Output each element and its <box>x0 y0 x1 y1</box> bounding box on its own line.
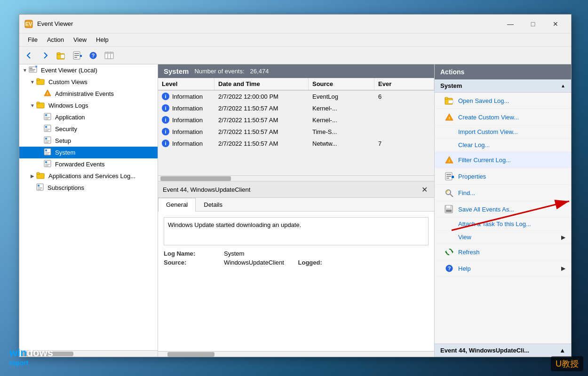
tree-item-system[interactable]: ▶ System <box>19 147 158 158</box>
find-icon <box>444 188 454 198</box>
action-open-saved-log[interactable]: Open Saved Log... <box>435 93 571 109</box>
svg-rect-35 <box>45 126 47 128</box>
svg-rect-41 <box>45 142 48 143</box>
tree-item-admin-events[interactable]: ▶ ! Administrative Events <box>19 88 158 100</box>
col-source[interactable]: Source <box>309 78 374 90</box>
actions-header: Actions <box>435 64 571 79</box>
action-open-saved-log-label: Open Saved Log... <box>458 97 509 104</box>
col-level[interactable]: Level <box>158 78 215 90</box>
tree-label-apps-services: Applications and Services Log... <box>48 172 135 180</box>
tree-item-subscriptions[interactable]: ▶ Subscriptions <box>19 182 158 194</box>
tree-item-custom-views[interactable]: ▼ Custom Views <box>19 76 158 88</box>
action-import-custom-view[interactable]: Import Custom View... <box>435 125 571 139</box>
action-filter-current-log[interactable]: ! Filter Current Log... <box>435 152 571 168</box>
action-attach-task[interactable]: Attach a Task To this Log... <box>435 218 571 231</box>
action-clear-log-label: Clear Log... <box>458 141 490 149</box>
cell-event-4 <box>374 130 434 133</box>
cell-event-1: 6 <box>374 91 434 102</box>
application-icon <box>44 113 51 122</box>
tab-general[interactable]: General <box>158 198 196 212</box>
svg-rect-54 <box>38 188 42 188</box>
help-toolbar-button[interactable]: ? <box>86 49 100 62</box>
cell-event-2 <box>374 106 434 110</box>
expand-icon-root: ▼ <box>21 68 29 73</box>
col-event[interactable]: Ever <box>374 78 434 90</box>
window-title: Event Viewer <box>37 20 500 27</box>
actions-footer: Event 44, WindowsUpdateCli... ▲ <box>435 344 571 357</box>
action-help[interactable]: ? Help ▶ <box>435 260 571 277</box>
detail-scroll-horizontal[interactable] <box>158 351 434 357</box>
table-row[interactable]: i Information 2/7/2022 12:00:00 PM Event… <box>158 91 434 102</box>
root-icon: EV <box>29 66 37 75</box>
svg-point-68 <box>446 190 451 195</box>
back-button[interactable] <box>22 49 36 62</box>
expand-icon-windows-logs: ▼ <box>29 103 36 108</box>
actions-section-system[interactable]: System ▲ <box>435 79 571 93</box>
action-properties[interactable]: Properties <box>435 168 571 185</box>
table-row[interactable]: i Information 2/7/2022 11:50:57 AM Time-… <box>158 126 434 138</box>
svg-text:?: ? <box>448 266 451 271</box>
menu-file[interactable]: File <box>23 35 42 45</box>
tree-item-forwarded[interactable]: ▶ Forwarded Events <box>19 158 158 170</box>
watermark-report: report <box>9 359 53 367</box>
cell-event-5: 7 <box>374 138 434 149</box>
table-scroll-thumb[interactable] <box>160 176 231 181</box>
svg-text:?: ? <box>92 53 95 58</box>
detail-close-button[interactable]: ✕ <box>419 184 429 195</box>
tab-details[interactable]: Details <box>196 198 230 211</box>
cell-datetime-3: 2/7/2022 11:50:57 AM <box>215 115 309 125</box>
table-scroll-horizontal[interactable] <box>158 175 434 181</box>
help-submenu-arrow: ▶ <box>561 265 565 272</box>
detail-fields: Log Name: System Source: WindowsUpdateCl… <box>164 250 429 266</box>
tree-item-application[interactable]: ▶ Application <box>19 111 158 123</box>
close-button[interactable]: ✕ <box>545 16 566 31</box>
tree-item-root[interactable]: ▼ EV Event Viewer (Local) <box>19 64 158 76</box>
menu-action[interactable]: Action <box>42 35 69 45</box>
maximize-button[interactable]: □ <box>522 16 544 31</box>
tree-item-setup[interactable]: ▶ Setup <box>19 135 158 147</box>
columns-button[interactable] <box>102 49 116 62</box>
tree-item-security[interactable]: ▶ Security <box>19 123 158 135</box>
minimize-button[interactable]: — <box>500 16 521 31</box>
forward-button[interactable] <box>38 49 52 62</box>
svg-rect-65 <box>446 176 451 177</box>
action-view-label: View <box>458 234 471 241</box>
log-events-count: 26,474 <box>250 68 269 75</box>
log-header: System Number of events: 26,474 <box>158 64 434 78</box>
action-refresh[interactable]: Refresh <box>435 244 571 260</box>
table-row[interactable]: i Information 2/7/2022 11:50:57 AM Netwt… <box>158 138 434 149</box>
action-view[interactable]: View ▶ <box>435 231 571 244</box>
tree-item-apps-services[interactable]: ▶ Applications and Services Log... <box>19 170 158 182</box>
actions-last-item[interactable]: Event 44, WindowsUpdateCli... ▲ <box>435 344 571 357</box>
expand-icon-application: ▶ <box>36 115 44 120</box>
refresh-icon <box>444 247 454 257</box>
detail-scroll-thumb[interactable] <box>167 352 215 357</box>
svg-rect-9 <box>80 55 82 57</box>
action-find-label: Find... <box>458 189 475 196</box>
svg-text:!: ! <box>47 92 48 96</box>
expand-icon-security: ▶ <box>36 126 44 132</box>
field-label-logged: Logged: <box>298 259 355 266</box>
table-row[interactable]: i Information 2/7/2022 11:50:57 AM Kerne… <box>158 102 434 114</box>
windows-logs-icon <box>36 101 45 110</box>
action-find[interactable]: Find... <box>435 185 571 201</box>
col-datetime[interactable]: Date and Time <box>215 78 309 90</box>
log-name: System <box>164 67 189 75</box>
svg-rect-33 <box>45 118 48 119</box>
actions-last-item-arrow: ▲ <box>559 347 565 354</box>
tree-item-windows-logs[interactable]: ▼ Windows Logs <box>19 100 158 111</box>
open-log-button[interactable] <box>54 49 68 62</box>
action-create-custom-view[interactable]: ! Create Custom View... <box>435 109 571 125</box>
table-row[interactable]: i Information 2/7/2022 11:50:57 AM Kerne… <box>158 114 434 126</box>
expand-icon-custom-views: ▼ <box>29 79 36 85</box>
cell-source-1: EventLog <box>309 91 374 102</box>
actions-panel: Actions System ▲ Open Saved Log... <box>435 64 571 357</box>
cell-level-5: i Information <box>158 138 215 149</box>
action-clear-log[interactable]: Clear Log... <box>435 139 571 152</box>
menu-view[interactable]: View <box>69 35 91 45</box>
menu-help[interactable]: Help <box>91 35 113 45</box>
action-save-all-events[interactable]: Save All Events As... <box>435 201 571 218</box>
detail-panel: Event 44, WindowsUpdateClient ✕ General … <box>158 181 434 357</box>
svg-rect-4 <box>61 55 64 58</box>
properties-toolbar-button[interactable] <box>70 49 84 62</box>
